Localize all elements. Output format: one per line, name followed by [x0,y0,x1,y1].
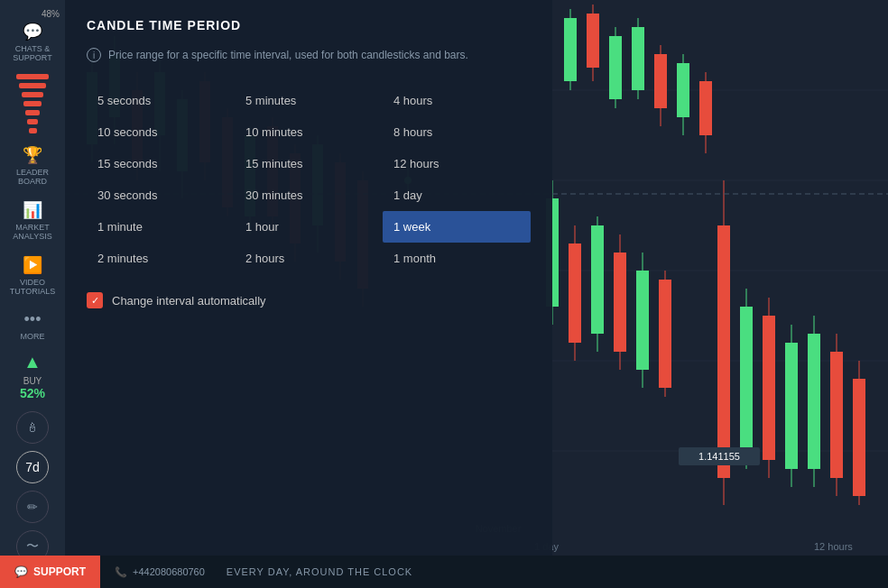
support-label: SUPPORT [33,565,86,578]
svg-rect-61 [717,225,730,478]
green-arrow-icon: ▲ [23,352,42,372]
sidebar-video-label: VIDEO TUTORIALS [4,278,61,296]
buy-percent: 52% [20,386,45,400]
phone-number: +442080680760 [133,566,205,577]
option-1month[interactable]: 1 month [383,243,531,274]
sidebar-analysis-label: MARKET ANALYSIS [4,223,61,241]
bar-4 [23,101,42,106]
option-2h[interactable]: 2 hours [235,243,383,274]
info-icon-text: i [93,49,95,62]
candle-time-period-panel: CANDLE TIME PERIOD i Price range for a s… [65,0,552,559]
analysis-icon: 📊 [23,200,42,220]
bar-6 [27,119,38,124]
svg-rect-73 [853,379,865,496]
svg-rect-69 [808,334,820,469]
option-30s[interactable]: 30 seconds [87,179,235,211]
auto-interval-label: Change interval automatically [112,294,266,308]
svg-rect-41 [632,27,644,90]
time-period-grid: 5 seconds 5 minutes 4 hours 10 seconds 1… [87,85,531,274]
video-icon: ▶️ [23,255,42,275]
bar-7 [29,128,37,133]
sidebar-item-market-analysis[interactable]: 📊 MARKET ANALYSIS [0,193,65,248]
chat-icon-footer: 💬 [14,565,28,578]
svg-rect-35 [564,18,577,81]
period-label: 7d [25,460,40,474]
auto-interval-checkbox[interactable] [87,292,103,308]
footer-tagline: EVERY DAY, AROUND THE CLOCK [227,566,412,577]
option-1min[interactable]: 1 minute [87,211,235,243]
option-1w[interactable]: 1 week [383,211,531,243]
svg-rect-59 [659,280,671,388]
auto-interval-row: Change interval automatically [87,292,531,308]
bar-3 [22,92,43,97]
sidebar-chats-label: CHATS & SUPPORT [4,44,61,62]
sidebar-item-leaderboard[interactable]: 🏆 LEADER BOARD [0,138,65,193]
svg-text:1.141155: 1.141155 [698,451,740,462]
svg-rect-39 [609,36,622,99]
leaderboard-icon: 🏆 [23,145,42,165]
option-4h[interactable]: 4 hours [383,85,531,116]
panel-description-text: Price range for a specific time interval… [108,47,468,63]
red-bars-indicator [16,73,49,134]
bar-1 [16,74,49,79]
svg-rect-37 [587,14,599,68]
option-12h[interactable]: 12 hours [383,148,531,179]
option-5s[interactable]: 5 seconds [87,85,235,116]
more-icon: ••• [24,310,42,329]
option-10m[interactable]: 10 minutes [235,116,383,148]
svg-rect-57 [636,271,649,370]
buy-label: BUY [20,376,45,386]
option-8h[interactable]: 8 hours [383,116,531,148]
support-button[interactable]: 💬 SUPPORT [0,556,100,588]
info-icon: i [87,48,101,62]
svg-text:12 hours: 12 hours [814,541,853,552]
svg-rect-53 [591,225,604,334]
option-1d[interactable]: 1 day [383,179,531,211]
chat-icon: 💬 [23,22,42,41]
svg-rect-63 [740,307,753,451]
svg-rect-65 [763,316,775,460]
option-2min[interactable]: 2 minutes [87,243,235,274]
option-15m[interactable]: 15 minutes [235,148,383,179]
phone-info: 📞 +442080680760 [100,566,219,578]
option-10s[interactable]: 10 seconds [87,116,235,148]
tool-period-button[interactable]: 7d [16,451,49,483]
svg-rect-51 [569,243,581,343]
sidebar-item-chats[interactable]: 💬 CHATS & SUPPORT [0,14,65,69]
svg-rect-55 [614,253,626,352]
sell-percent: 48% [42,9,60,19]
svg-rect-67 [785,343,798,469]
option-5m[interactable]: 5 minutes [235,85,383,116]
option-30m[interactable]: 30 minutes [235,179,383,211]
option-1h[interactable]: 1 hour [235,211,383,243]
bar-5 [25,110,40,115]
tool-candle-button[interactable]: 🕯 [16,411,49,444]
svg-rect-47 [699,81,712,135]
panel-description: i Price range for a specific time interv… [87,47,531,63]
bar-2 [19,83,46,88]
svg-rect-71 [830,352,843,478]
sidebar-more-label: MORE [21,332,45,341]
sidebar-leaderboard-label: LEADER BOARD [4,168,61,186]
svg-rect-45 [677,63,689,117]
sidebar: 48% 💬 CHATS & SUPPORT 🏆 LEADER BOARD 📊 M… [0,0,65,588]
panel-title: CANDLE TIME PERIOD [87,18,531,32]
tool-draw-button[interactable]: ✏ [16,491,49,523]
svg-rect-43 [654,54,667,108]
sidebar-item-more[interactable]: ••• MORE [0,303,65,348]
footer-bar: 💬 SUPPORT 📞 +442080680760 EVERY DAY, ARO… [0,556,888,588]
sidebar-item-video-tutorials[interactable]: ▶️ VIDEO TUTORIALS [0,248,65,303]
phone-icon: 📞 [115,566,127,578]
option-15s[interactable]: 15 seconds [87,148,235,179]
